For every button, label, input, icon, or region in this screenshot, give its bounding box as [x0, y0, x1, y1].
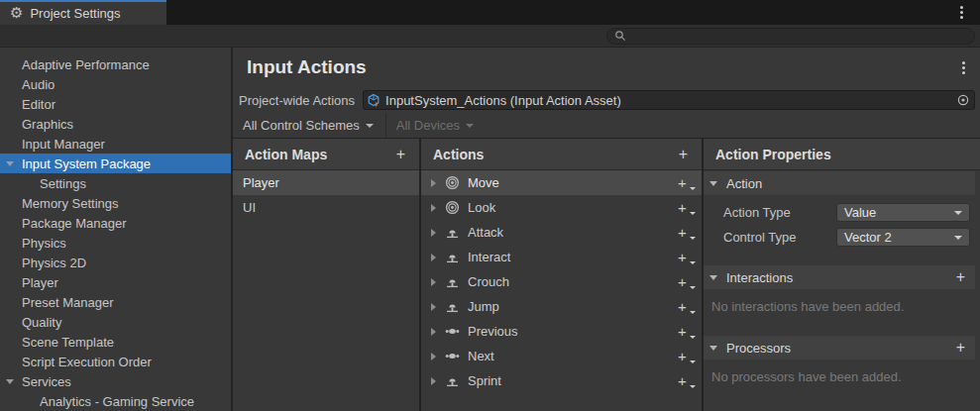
foldout-expanded-icon[interactable] [709, 346, 717, 351]
page-title: Input Actions [247, 56, 367, 78]
action-row-next[interactable]: Next+ [421, 344, 702, 368]
control-schemes-dropdown[interactable]: All Control Schemes [239, 113, 385, 138]
action-label: Move [468, 175, 499, 190]
foldout-collapsed-icon[interactable] [431, 377, 436, 385]
action-row-jump[interactable]: Jump+ [421, 294, 702, 319]
search-icon [614, 30, 626, 42]
foldout-expanded-icon[interactable] [709, 181, 717, 186]
action-map-player[interactable]: Player [233, 170, 419, 195]
add-binding-button[interactable]: + [678, 200, 692, 215]
sidebar-item-script-execution-order[interactable]: Script Execution Order [0, 352, 231, 371]
foldout-collapsed-icon[interactable] [431, 278, 436, 286]
interactions-empty-message: No interactions have been added. [704, 289, 975, 336]
action-properties-body: Action Action Type Value [704, 170, 980, 411]
add-binding-button[interactable]: + [678, 299, 692, 314]
sidebar-item-preset-manager[interactable]: Preset Manager [0, 292, 231, 312]
sidebar-item-label: Editor [22, 97, 55, 112]
sidebar-item-input-system-package[interactable]: Input System Package [0, 154, 231, 173]
add-binding-button[interactable]: + [678, 373, 692, 388]
button-control-icon [445, 250, 461, 265]
add-binding-button[interactable]: + [678, 225, 692, 240]
foldout-collapsed-icon[interactable] [431, 204, 436, 212]
window-menu-icon[interactable] [957, 3, 966, 22]
add-binding-button[interactable]: + [678, 250, 692, 264]
sidebar-item-editor[interactable]: Editor [0, 94, 231, 114]
action-properties-header: Action Properties [704, 139, 980, 170]
input-actions-panel: Input Actions Project-wide Actions Input… [233, 48, 980, 411]
control-type-label: Control Type [723, 230, 836, 245]
interactions-section-header[interactable]: Interactions + [704, 265, 975, 289]
add-binding-button[interactable]: + [678, 175, 692, 190]
action-map-label: Player [243, 175, 279, 190]
action-map-ui[interactable]: UI [233, 195, 419, 220]
action-section-header[interactable]: Action [704, 171, 975, 195]
chevron-down-icon [366, 124, 374, 128]
add-interaction-button[interactable]: + [956, 269, 965, 285]
toolbar [0, 25, 980, 48]
action-type-value: Value [844, 205, 876, 220]
sidebar-item-physics-2d[interactable]: Physics 2D [0, 253, 231, 272]
interactions-label: Interactions [726, 270, 793, 285]
search-field[interactable] [606, 28, 975, 45]
processors-empty-message: No processors have been added. [704, 360, 975, 406]
sidebar-item-memory-settings[interactable]: Memory Settings [0, 193, 231, 213]
sidebar-item-quality[interactable]: Quality [0, 312, 231, 332]
foldout-collapsed-icon[interactable] [431, 303, 436, 311]
sidebar-item-label: Quality [22, 315, 61, 330]
sidebar-item-graphics[interactable]: Graphics [0, 114, 231, 134]
add-binding-button[interactable]: + [678, 324, 692, 339]
actions-title: Actions [433, 147, 484, 162]
action-type-dropdown[interactable]: Value [836, 203, 970, 222]
action-row-look[interactable]: Look+ [421, 195, 702, 220]
input-action-asset-icon [367, 93, 381, 107]
foldout-collapsed-icon[interactable] [431, 254, 436, 261]
action-properties-title: Action Properties [715, 147, 831, 162]
button-control-icon [445, 274, 461, 290]
foldout-expanded-icon[interactable] [6, 379, 14, 384]
foldout-collapsed-icon[interactable] [431, 353, 436, 360]
action-row-interact[interactable]: Interact+ [421, 245, 702, 269]
sidebar-item-package-manager[interactable]: Package Manager [0, 213, 231, 233]
action-row-sprint[interactable]: Sprint+ [421, 368, 702, 393]
add-action-button[interactable]: + [679, 147, 688, 162]
foldout-collapsed-icon[interactable] [431, 229, 436, 237]
control-type-dropdown[interactable]: Vector 2 [836, 228, 970, 247]
add-action-map-button[interactable]: + [396, 147, 405, 162]
sidebar-item-services[interactable]: Services [0, 371, 231, 391]
foldout-collapsed-icon[interactable] [431, 179, 436, 187]
add-processor-button[interactable]: + [956, 340, 965, 356]
devices-label: All Devices [396, 118, 460, 133]
action-maps-header: Action Maps + [233, 139, 419, 170]
asset-name: InputSystem_Actions (Input Action Asset) [385, 93, 621, 108]
sidebar-item-scene-template[interactable]: Scene Template [0, 332, 231, 352]
sidebar-item-analytics-gaming-service[interactable]: Analytics - Gaming Service [0, 391, 231, 411]
title-bar: ⚙ Project Settings [0, 0, 980, 25]
foldout-collapsed-icon[interactable] [431, 328, 436, 336]
control-type-value: Vector 2 [844, 230, 892, 245]
sidebar-item-player[interactable]: Player [0, 272, 231, 292]
search-input[interactable] [631, 29, 967, 43]
foldout-expanded-icon[interactable] [709, 275, 717, 280]
processors-section-header[interactable]: Processors + [704, 336, 975, 360]
foldout-expanded-icon[interactable] [6, 161, 14, 166]
object-picker-icon[interactable] [952, 93, 974, 107]
action-row-crouch[interactable]: Crouch+ [421, 269, 702, 294]
tab-project-settings[interactable]: ⚙ Project Settings [0, 0, 166, 25]
input-action-asset-field[interactable]: InputSystem_Actions (Input Action Asset) [363, 90, 975, 110]
sidebar-item-input-manager[interactable]: Input Manager [0, 134, 231, 154]
sidebar-item-label: Player [22, 275, 58, 290]
input-actions-menu-icon[interactable] [959, 58, 968, 77]
sidebar-item-adaptive-performance[interactable]: Adaptive Performance [0, 54, 231, 74]
add-binding-button[interactable]: + [678, 349, 692, 363]
main-area: Adaptive PerformanceAudioEditorGraphicsI… [0, 48, 980, 411]
sidebar-item-audio[interactable]: Audio [0, 74, 231, 94]
add-binding-button[interactable]: + [678, 274, 692, 289]
sidebar-item-physics[interactable]: Physics [0, 233, 231, 253]
content-header: Input Actions [233, 48, 980, 87]
action-row-move[interactable]: Move+ [421, 170, 702, 195]
action-label: Previous [468, 324, 518, 339]
action-row-attack[interactable]: Attack+ [421, 220, 702, 245]
columns: Action Maps + PlayerUI Actions + Move+Lo… [233, 139, 980, 411]
sidebar-item-settings[interactable]: Settings [0, 173, 231, 193]
action-row-previous[interactable]: Previous+ [421, 319, 702, 344]
